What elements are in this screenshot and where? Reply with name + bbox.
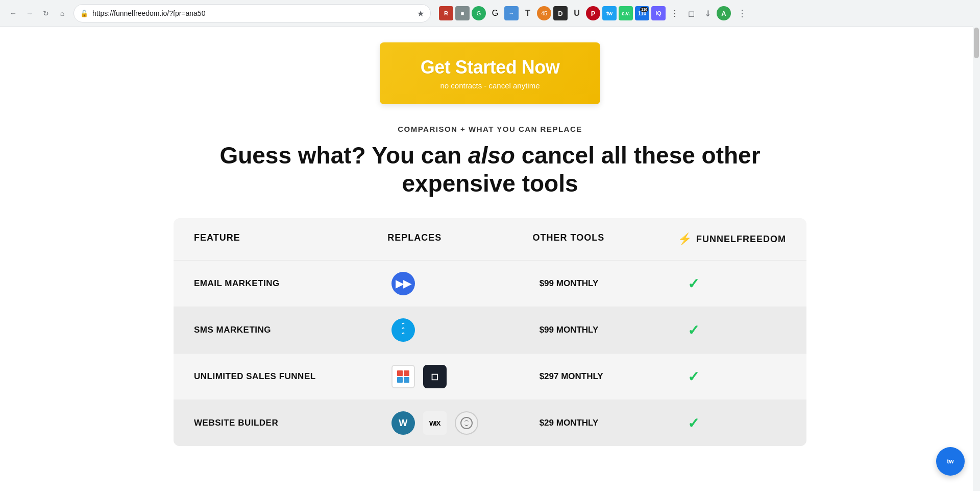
logo-clickfunnels (391, 365, 415, 388)
svg-rect-3 (404, 377, 409, 383)
ext-tw-blue[interactable]: tw (602, 6, 617, 20)
logo-sendinblue: ⌃ ⌃ ⌃ (391, 318, 415, 342)
svg-rect-1 (404, 370, 409, 376)
logo-wix: WiX (423, 411, 447, 435)
scrollbar-track[interactable] (973, 27, 980, 466)
logo-activecampaign: ▶▶ (391, 272, 415, 295)
ext-box[interactable]: ◻ (684, 6, 698, 20)
ext-google[interactable]: G (488, 6, 502, 20)
table-row: EMAIL MARKETING ▶▶ $99 MONTHLY ✓ (174, 260, 806, 307)
check-email: ✓ (688, 275, 786, 292)
home-button[interactable]: ⌂ (55, 6, 69, 20)
logo-squarespace (455, 411, 478, 435)
browser-toolbar: ← → ↻ ⌂ 🔓 ★ R ■ G G → T 45 D U P tw c.v. (0, 0, 980, 27)
feature-funnel: UNLIMITED SALES FUNNEL (194, 371, 391, 382)
logo-wordpress: W (391, 411, 415, 435)
comparison-eyebrow: COMPARISON + WHAT YOU CAN REPLACE (174, 125, 806, 133)
ext-download[interactable]: ⇓ (700, 6, 715, 20)
comparison-headline: Guess what? You can also cancel all thes… (174, 142, 806, 198)
feature-email: EMAIL MARKETING (194, 278, 391, 289)
ext-cv-green[interactable]: c.v. (619, 6, 633, 20)
ext-red[interactable]: R (439, 6, 453, 20)
lightning-icon: ⚡ (678, 232, 692, 246)
security-icon: 🔓 (80, 10, 88, 17)
cta-main-text: Get Started Now (421, 57, 560, 78)
address-input[interactable] (92, 9, 413, 17)
replaces-funnel: ◻ (391, 365, 540, 388)
ext-iq[interactable]: IQ (651, 6, 666, 20)
svg-rect-0 (397, 370, 403, 376)
ext-pinterest[interactable]: P (586, 6, 600, 20)
replaces-email: ▶▶ (391, 272, 540, 295)
browser-chrome: ← → ↻ ⌂ 🔓 ★ R ■ G G → T 45 D U P tw c.v. (0, 0, 980, 27)
checkmark-icon: ✓ (688, 415, 699, 432)
ext-dark-d[interactable]: D (553, 6, 568, 20)
replaces-sms: ⌃ ⌃ ⌃ (391, 318, 540, 342)
header-replaces: REPLACES (387, 232, 532, 246)
comparison-section: COMPARISON + WHAT YOU CAN REPLACE Guess … (133, 125, 847, 446)
header-other-tools: OTHER TOOLS (533, 232, 678, 246)
page-content: Get Started Now no contracts - cancel an… (0, 27, 980, 466)
svg-rect-2 (397, 377, 403, 383)
ext-green[interactable]: G (472, 6, 486, 20)
price-email: $99 MONTHLY (540, 278, 688, 289)
checkmark-icon: ✓ (688, 275, 699, 292)
table-header: FEATURE REPLACES OTHER TOOLS ⚡ funnelfre… (174, 218, 806, 260)
bookmark-icon[interactable]: ★ (417, 9, 424, 18)
ext-t-icon[interactable]: T (521, 6, 535, 20)
header-feature: FEATURE (194, 232, 387, 246)
back-button[interactable]: ← (6, 6, 20, 20)
chat-label: tw (947, 458, 953, 465)
check-funnel: ✓ (688, 368, 786, 385)
ext-dots[interactable]: ⋮ (668, 6, 682, 20)
comparison-table: FEATURE REPLACES OTHER TOOLS ⚡ funnelfre… (174, 218, 806, 446)
extensions-bar: R ■ G G → T 45 D U P tw c.v. 110 110 IQ … (439, 6, 731, 20)
headline-italic: also (468, 142, 515, 169)
ext-u[interactable]: U (570, 6, 584, 20)
funnelfreedom-label: funnelfreedom (696, 234, 786, 245)
cta-sub-text: no contracts - cancel anytime (421, 81, 560, 90)
nav-buttons: ← → ↻ ⌂ (6, 6, 69, 20)
feature-sms: SMS MARKETING (194, 325, 391, 335)
address-bar-container: 🔓 ★ (74, 4, 431, 22)
forward-button[interactable]: → (22, 6, 37, 20)
chrome-menu-button[interactable]: ⋮ (735, 6, 749, 20)
reload-button[interactable]: ↻ (39, 6, 53, 20)
price-website: $29 MONTHLY (540, 418, 688, 428)
table-row: WEBSITE BUILDER W WiX (174, 400, 806, 446)
ext-gray[interactable]: ■ (455, 6, 470, 20)
scrollbar-thumb[interactable] (974, 28, 979, 58)
get-started-button[interactable]: Get Started Now no contracts - cancel an… (380, 42, 601, 104)
svg-point-4 (461, 417, 472, 429)
headline-start: Guess what? You can (219, 142, 468, 169)
replaces-website: W WiX (391, 411, 540, 435)
cta-section: Get Started Now no contracts - cancel an… (0, 27, 980, 125)
check-sms: ✓ (688, 322, 786, 339)
checkmark-icon: ✓ (688, 322, 699, 339)
check-website: ✓ (688, 415, 786, 432)
table-row: UNLIMITED SALES FUNNEL ◻ (174, 353, 806, 400)
table-row: SMS MARKETING ⌃ ⌃ ⌃ $99 MONTHLY ✓ (174, 307, 806, 353)
ext-avatar[interactable]: A (717, 6, 731, 20)
ext-blue-arrow[interactable]: → (504, 6, 519, 20)
logo-stack: ◻ (423, 365, 447, 388)
header-funnelfreedom: ⚡ funnelfreedom (678, 232, 786, 246)
ext-badge-110[interactable]: 110 110 (635, 6, 649, 20)
ext-orange-badge[interactable]: 45 (537, 6, 551, 20)
feature-website: WEBSITE BUILDER (194, 418, 391, 428)
price-funnel: $297 MONTHLY (540, 371, 688, 382)
price-sms: $99 MONTHLY (540, 325, 688, 335)
checkmark-icon: ✓ (688, 368, 699, 385)
